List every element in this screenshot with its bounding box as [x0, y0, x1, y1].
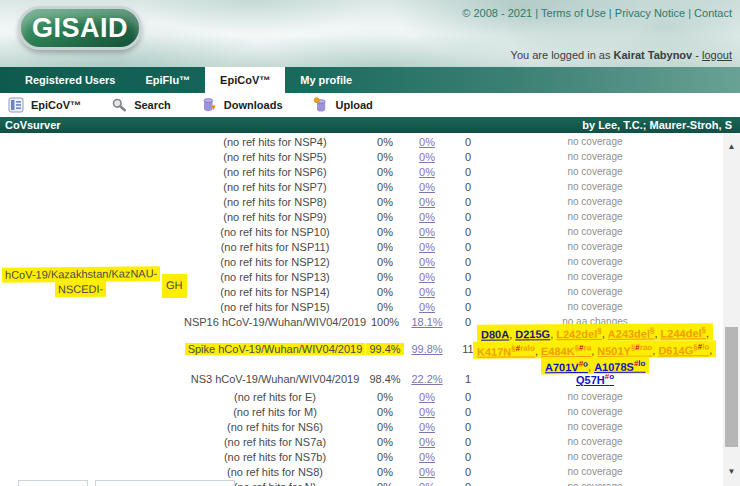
coverage-percent-link[interactable]: 0% [419, 256, 435, 268]
identity-percent: 0% [377, 436, 393, 448]
coverage-percent-link[interactable]: 18.1% [411, 316, 442, 328]
cutoff-button-right[interactable] [95, 480, 235, 486]
identity-percent-cell: 0% [362, 284, 408, 299]
coverage-percent-link[interactable]: 0% [419, 226, 435, 238]
identity-percent: 0% [377, 196, 393, 208]
mutation-count: 0 [465, 256, 471, 268]
aa-changes-cell: no coverage [486, 419, 704, 434]
mutation-count: 0 [465, 406, 471, 418]
login-status: You are logged in as Kairat Tabynov - lo… [511, 49, 732, 61]
mutation-link-e484k[interactable]: E484K§#ra [541, 344, 591, 356]
toolbar-item-upload[interactable]: Upload [313, 97, 373, 113]
mutation-count-cell: 0 [452, 149, 484, 164]
toolbar-item-search[interactable]: Search [111, 97, 171, 113]
identity-percent: 0% [377, 241, 393, 253]
coverage-percent-link[interactable]: 0% [419, 481, 435, 486]
tab-my-profile[interactable]: My profile [285, 67, 367, 93]
scroll-up-icon[interactable]: ▲ [723, 139, 740, 153]
reference-protein-label: Spike hCoV-19/Wuhan/WIV04/2019 [185, 343, 366, 355]
logout-link[interactable]: logout [702, 49, 732, 61]
coverage-percent-link[interactable]: 0% [419, 151, 435, 163]
identity-percent-cell: 0% [362, 269, 408, 284]
reference-protein-label: (no ref hits for NS8) [227, 466, 323, 478]
tab-registered-users[interactable]: Registered Users [10, 67, 131, 93]
mutation-count: 0 [465, 436, 471, 448]
mutation-link-n501y[interactable]: N501Y§#rao [598, 344, 653, 356]
reference-protein-label: NSP16 hCoV-19/Wuhan/WIV04/2019 [184, 316, 366, 328]
mutation-link-k417n[interactable]: K417N§#ralo [477, 345, 535, 357]
coverage-percent-link[interactable]: 0% [419, 391, 435, 403]
mutation-link-l244del[interactable]: L244del§ [661, 327, 707, 339]
no-coverage-note: no coverage [567, 226, 622, 237]
coverage-percent-link[interactable]: 0% [419, 301, 435, 313]
mutation-link-l242del[interactable]: L242del§ [556, 328, 602, 340]
identity-percent: 0% [377, 181, 393, 193]
mutation-count: 0 [465, 271, 471, 283]
coverage-percent-link[interactable]: 0% [419, 451, 435, 463]
coverage-percent-link[interactable]: 0% [419, 136, 435, 148]
identity-percent: 0% [377, 256, 393, 268]
coverage-percent-cell: 0% [404, 299, 450, 314]
identity-percent-cell: 0% [362, 419, 408, 434]
vertical-scrollbar[interactable]: ▲ ▼ [723, 133, 740, 486]
coverage-percent-link[interactable]: 0% [419, 466, 435, 478]
mutation-count: 0 [465, 391, 471, 403]
coverage-percent-link[interactable]: 0% [419, 166, 435, 178]
scrollbar-thumb[interactable] [725, 327, 738, 447]
coverage-percent-link[interactable]: 0% [419, 436, 435, 448]
mutation-count: 0 [465, 301, 471, 313]
reference-protein-label: (no ref hits for NSP14) [220, 286, 329, 298]
reference-protein-label: (no ref hits for NSP12) [220, 256, 329, 268]
coverage-percent-cell: 0% [404, 404, 450, 419]
header-link-privacy-notice[interactable]: Privacy Notice [615, 7, 685, 19]
coverage-percent-link[interactable]: 22.2% [411, 373, 442, 385]
mutation-count: 0 [465, 151, 471, 163]
coverage-percent-link[interactable]: 0% [419, 211, 435, 223]
coverage-percent-link[interactable]: 0% [419, 241, 435, 253]
identity-percent: 0% [377, 391, 393, 403]
mutation-link-d215g[interactable]: D215G [515, 328, 550, 340]
mutation-link-a243del[interactable]: A243del§ [608, 327, 655, 339]
coverage-percent-cell: 0% [404, 209, 450, 224]
cutoff-button-left[interactable] [18, 480, 88, 486]
table-row: (no ref hits for NSP11)0%0%0no coverage [0, 239, 723, 254]
mutation-count-cell: 0 [452, 254, 484, 269]
query-sequence-name: hCoV-19/Kazakhstan/KazNAU- NSCEDI- [0, 267, 162, 297]
scroll-down-icon[interactable]: ▼ [723, 464, 740, 478]
table-row: (no ref hits for NSP10)0%0%0no coverage [0, 224, 723, 239]
mutation-link-d614g[interactable]: D614G§#lo [659, 344, 710, 356]
coverage-percent-link[interactable]: 0% [419, 421, 435, 433]
upload-database-icon [313, 97, 329, 113]
query-name-line1: hCoV-19/Kazakhstan/KazNAU- [2, 266, 160, 283]
mutation-link-d80a[interactable]: D80A [481, 328, 509, 340]
tab-epiflu[interactable]: EpiFlu™ [131, 67, 206, 93]
header-link-contact[interactable]: Contact [694, 7, 732, 19]
coverage-percent-link[interactable]: 99.8% [411, 343, 442, 355]
aa-changes-cell: no coverage [486, 149, 704, 164]
coverage-percent-link[interactable]: 0% [419, 181, 435, 193]
identity-percent-cell: 0% [362, 194, 408, 209]
header-link-terms-of-use[interactable]: Terms of Use [541, 7, 606, 19]
coverage-percent-cell: 18.1% [404, 314, 450, 329]
aa-changes-cell: no coverage [486, 389, 704, 404]
no-coverage-note: no coverage [567, 451, 622, 462]
coverage-percent-cell: 0% [404, 224, 450, 239]
mutation-count: 0 [465, 241, 471, 253]
coverage-percent-cell: 0% [404, 179, 450, 194]
mutation-count-cell: 0 [452, 404, 484, 419]
table-row: (no ref hits for E)0%0%0no coverage [0, 389, 723, 404]
reference-protein-label: (no ref hits for NSP7) [223, 181, 326, 193]
aa-changes-cell: no coverage [486, 299, 704, 314]
toolbar-item-epicov[interactable]: EpiCoV™ [8, 97, 81, 113]
mutation-link-q57h[interactable]: Q57H#o [576, 374, 614, 386]
page-header: GISAID © 2008 - 2021 | Terms of Use | Pr… [0, 0, 740, 67]
coverage-percent-link[interactable]: 0% [419, 406, 435, 418]
toolbar-item-downloads[interactable]: Downloads [201, 97, 283, 113]
coverage-percent-link[interactable]: 0% [419, 286, 435, 298]
identity-percent: 0% [377, 271, 393, 283]
coverage-percent-link[interactable]: 0% [419, 196, 435, 208]
tab-epicov[interactable]: EpiCoV™ [205, 67, 285, 93]
results-area: (no ref hits for NSP4)0%0%0no coverage(n… [0, 133, 740, 486]
coverage-percent-link[interactable]: 0% [419, 271, 435, 283]
identity-percent: 0% [377, 166, 393, 178]
